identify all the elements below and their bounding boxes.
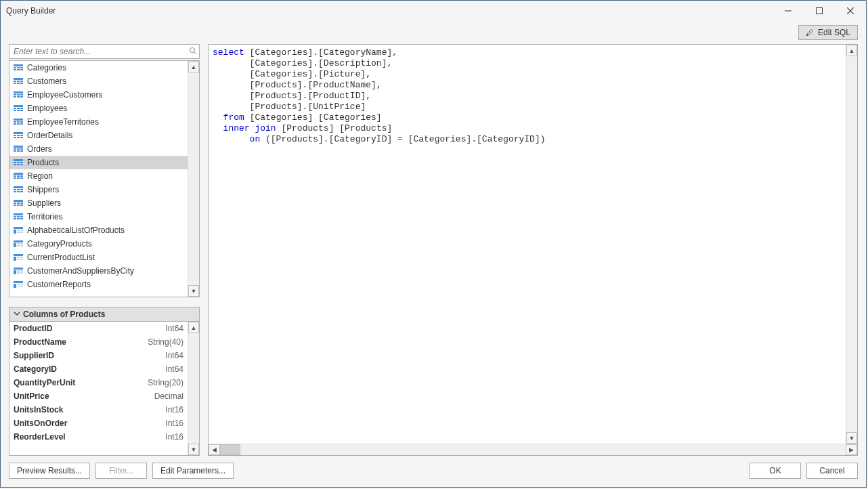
svg-rect-105 [14,270,16,274]
table-item[interactable]: EmployeeTerritories [9,115,188,129]
svg-rect-89 [20,230,23,231]
svg-rect-32 [17,121,20,123]
column-row[interactable]: UnitPriceDecimal [9,389,188,403]
svg-rect-85 [20,218,23,219]
svg-rect-14 [17,83,20,84]
svg-rect-109 [20,272,23,274]
column-type: String(40) [148,337,183,347]
edit-parameters-button[interactable]: Edit Parameters... [152,463,234,479]
table-item[interactable]: Suppliers [9,196,188,210]
columns-list[interactable]: ProductIDInt64ProductNameString(40)Suppl… [9,322,188,455]
toolbar: Edit SQL [1,21,866,44]
sql-horizontal-scrollbar[interactable]: ◀ ▶ [209,444,857,455]
scroll-track[interactable] [188,333,199,444]
svg-rect-16 [14,91,23,93]
table-item[interactable]: Orders [9,142,188,156]
search-box[interactable] [9,44,200,59]
column-row[interactable]: ProductIDInt64 [9,322,188,335]
scroll-up-button[interactable]: ▲ [188,61,199,72]
svg-rect-73 [14,203,16,204]
columns-header[interactable]: Columns of Products [9,307,200,321]
svg-rect-74 [17,203,20,204]
table-item[interactable]: OrderDetails [9,129,188,142]
column-row[interactable]: QuantityPerUnitString(20) [9,376,188,389]
table-icon [14,105,23,112]
table-icon [14,64,23,71]
column-row[interactable]: SupplierIDInt64 [9,349,188,362]
column-row[interactable]: UnitsInStockInt16 [9,403,188,417]
columns-scrollbar[interactable]: ▲ ▼ [188,322,199,455]
table-item[interactable]: EmployeeCustomers [9,88,188,102]
footer: Preview Results... Filter... Edit Parame… [1,456,866,487]
table-item[interactable]: CurrentProductList [9,251,188,264]
svg-rect-41 [14,137,16,138]
cancel-button[interactable]: Cancel [806,463,858,479]
scroll-up-button[interactable]: ▲ [188,322,199,333]
sql-vertical-scrollbar[interactable]: ▲ ▼ [846,45,857,444]
table-item[interactable]: Employees [9,102,188,115]
scroll-left-button[interactable]: ◀ [209,444,220,455]
svg-rect-113 [20,284,23,285]
column-type: Int64 [165,324,183,333]
table-item[interactable]: Customers [9,75,188,88]
svg-rect-95 [20,243,23,244]
table-item[interactable]: AlphabeticalListOfProducts [9,224,188,237]
svg-rect-94 [17,243,20,244]
table-item[interactable]: CategoryProducts [9,237,188,251]
search-input[interactable] [9,45,187,58]
tables-list[interactable]: CategoriesCustomersEmployeeCustomersEmpl… [9,61,188,297]
scroll-thumb[interactable] [220,444,240,455]
scroll-track[interactable] [188,72,199,285]
column-row[interactable]: CategoryIDInt64 [9,362,188,376]
scroll-down-button[interactable]: ▼ [188,444,199,455]
minimize-button[interactable] [773,1,804,21]
search-icon [187,47,199,57]
view-icon [14,240,23,247]
sql-text[interactable]: select [Categories].[CategoryName], [Cat… [209,45,857,444]
svg-rect-75 [20,203,23,204]
table-item[interactable]: Shippers [9,183,188,196]
column-name: ReorderLevel [14,432,66,442]
scroll-up-button[interactable]: ▲ [846,45,857,56]
tables-scrollbar[interactable]: ▲ ▼ [188,61,199,297]
scroll-track[interactable] [846,56,857,432]
scroll-down-button[interactable]: ▼ [188,285,199,297]
table-item[interactable]: CustomerAndSuppliersByCity [9,264,188,278]
view-icon [14,268,23,274]
scroll-track[interactable] [240,444,846,455]
svg-rect-28 [17,110,20,111]
table-item[interactable]: Territories [9,210,188,224]
column-name: SupplierID [14,351,54,360]
svg-rect-11 [17,81,20,82]
table-item[interactable]: Products [9,156,188,169]
table-item-label: Employees [27,104,67,113]
svg-rect-110 [14,281,23,283]
svg-rect-98 [14,254,23,256]
scroll-down-button[interactable]: ▼ [846,432,857,444]
filter-button[interactable]: Filter... [95,463,147,479]
svg-rect-43 [20,137,23,138]
close-button[interactable] [835,1,866,21]
svg-rect-15 [20,83,23,84]
sql-editor[interactable]: select [Categories].[CategoryName], [Cat… [208,44,858,456]
column-name: UnitsOnOrder [14,419,67,428]
table-item[interactable]: CustomerReports [9,278,188,291]
column-row[interactable]: ProductNameString(40) [9,335,188,349]
edit-sql-button[interactable]: Edit SQL [798,25,858,40]
svg-rect-12 [20,81,23,82]
ok-button[interactable]: OK [750,463,801,479]
preview-results-button[interactable]: Preview Results... [9,463,90,479]
svg-rect-96 [17,245,20,247]
scroll-right-button[interactable]: ▶ [846,444,857,455]
column-name: CategoryID [14,364,57,374]
column-row[interactable]: UnitsOnOrderInt16 [9,417,188,430]
table-item[interactable]: Categories [9,61,188,75]
svg-rect-62 [14,177,16,179]
svg-rect-87 [14,230,16,234]
maximize-button[interactable] [804,1,835,21]
filter-label: Filter... [109,466,133,475]
preview-results-label: Preview Results... [17,466,82,475]
svg-rect-51 [14,159,23,161]
column-row[interactable]: ReorderLevelInt16 [9,430,188,444]
table-item[interactable]: Region [9,169,188,183]
